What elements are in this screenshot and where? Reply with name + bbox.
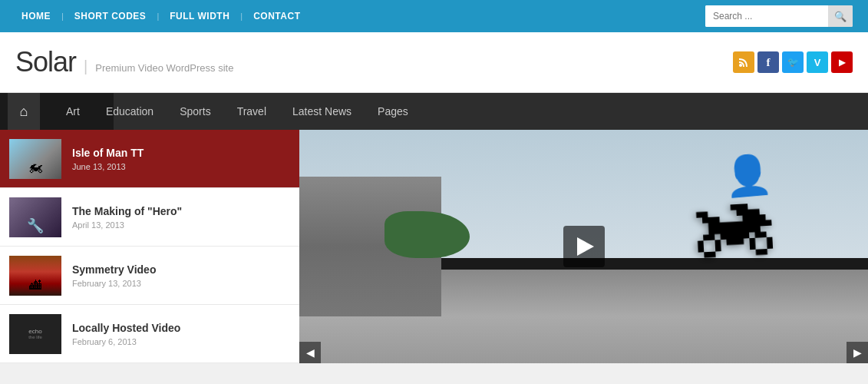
home-icon: ⌂: [20, 104, 28, 120]
nav-link-home[interactable]: HOME: [15, 11, 57, 22]
nav-item-latest-news[interactable]: Latest News: [282, 93, 362, 130]
logo-tagline: Premium Video WordPress site: [95, 62, 233, 74]
nav-item-travel[interactable]: Travel: [226, 93, 277, 130]
search-input[interactable]: [705, 5, 828, 27]
item-info-0: Isle of Man TT June 13, 2013: [72, 147, 290, 171]
play-icon: [577, 237, 594, 256]
item-info-1: The Making of "Hero" April 13, 2013: [72, 205, 290, 230]
nav-link-short-codes[interactable]: SHORT CODES: [68, 11, 153, 22]
rider-visual: 👤: [722, 151, 774, 200]
item-date-3: February 6, 2013: [72, 337, 290, 346]
item-date-2: February 13, 2013: [72, 279, 290, 288]
nav-item-sports[interactable]: Sports: [169, 93, 221, 130]
thumbnail-1: [9, 197, 61, 237]
site-header: Solar | Premium Video WordPress site f 🐦…: [0, 32, 868, 93]
top-nav-links: HOME | SHORT CODES | FULL WIDTH | CONTAC…: [15, 11, 306, 22]
youtube-icon[interactable]: ▶: [831, 51, 853, 73]
nav-item-education[interactable]: Education: [95, 93, 164, 130]
sidebar-list: Isle of Man TT June 13, 2013 The Making …: [0, 130, 299, 363]
sidebar-item-2[interactable]: Symmetry Video February 13, 2013: [0, 247, 299, 305]
logo-divider: |: [84, 58, 87, 75]
nav-item-art[interactable]: Art: [55, 93, 91, 130]
top-navigation: HOME | SHORT CODES | FULL WIDTH | CONTAC…: [0, 0, 868, 32]
item-title-0: Isle of Man TT: [72, 147, 290, 159]
item-title-2: Symmetry Video: [72, 263, 290, 276]
item-title-1: The Making of "Hero": [72, 205, 290, 217]
play-button[interactable]: [563, 226, 605, 267]
svg-point-0: [739, 64, 742, 67]
sidebar-item-0[interactable]: Isle of Man TT June 13, 2013: [0, 130, 299, 188]
item-date-0: June 13, 2013: [72, 162, 290, 171]
item-info-2: Symmetry Video February 13, 2013: [72, 263, 290, 288]
nav-link-full-width[interactable]: FULL WIDTH: [163, 11, 236, 22]
rss-icon[interactable]: [733, 51, 754, 73]
search-box: 🔍: [705, 5, 853, 27]
video-player[interactable]: 🏍 👤 ◀ ▶: [299, 130, 868, 363]
secondary-navigation: ⌂ Art Education Sports Travel Latest New…: [0, 93, 868, 130]
nav-items: Art Education Sports Travel Latest News …: [55, 93, 419, 130]
nav-item-pages[interactable]: Pages: [367, 93, 419, 130]
item-title-3: Locally Hosted Video: [72, 322, 290, 334]
thumbnail-3: echo the life: [9, 314, 61, 354]
symmetry-thumb: [9, 256, 61, 296]
video-next-button[interactable]: ▶: [847, 342, 868, 363]
main-content: Isle of Man TT June 13, 2013 The Making …: [0, 130, 868, 363]
nav-link-contact[interactable]: CONTACT: [247, 11, 306, 22]
video-prev-button[interactable]: ◀: [299, 342, 321, 363]
search-button[interactable]: 🔍: [828, 5, 853, 27]
thumbnail-0: [9, 139, 61, 179]
sidebar-item-3[interactable]: echo the life Locally Hosted Video Febru…: [0, 305, 299, 363]
home-button[interactable]: ⌂: [8, 93, 40, 130]
social-icons: f 🐦 V ▶: [733, 51, 853, 73]
item-date-1: April 13, 2013: [72, 220, 290, 230]
vimeo-icon[interactable]: V: [807, 51, 828, 73]
thumbnail-2: [9, 256, 61, 296]
item-info-3: Locally Hosted Video February 6, 2013: [72, 322, 290, 346]
twitter-icon[interactable]: 🐦: [782, 51, 804, 73]
facebook-icon[interactable]: f: [757, 51, 779, 73]
logo-name: Solar: [15, 46, 76, 78]
site-logo: Solar | Premium Video WordPress site: [15, 46, 233, 78]
sidebar-item-1[interactable]: The Making of "Hero" April 13, 2013: [0, 188, 299, 247]
drill-thumb: [9, 197, 61, 237]
motorcycle-thumb: [9, 139, 61, 179]
echo-thumb: echo the life: [9, 314, 61, 354]
